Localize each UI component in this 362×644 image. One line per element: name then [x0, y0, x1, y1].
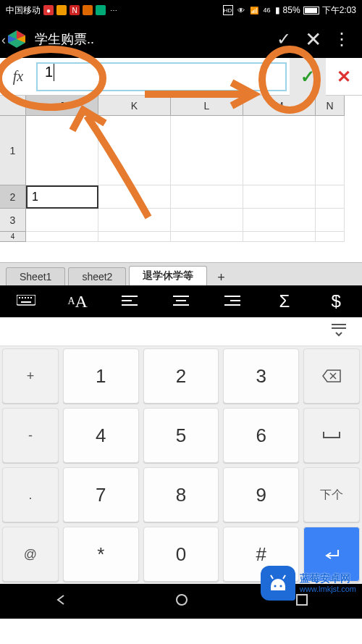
cell-k1[interactable] [98, 116, 171, 185]
keyboard-toggle-icon[interactable] [9, 285, 43, 317]
col-header-j[interactable]: J [26, 96, 98, 116]
key-enter[interactable] [303, 527, 360, 582]
cell-n3[interactable] [316, 209, 345, 232]
svg-rect-5 [19, 297, 20, 298]
key-8[interactable]: 8 [143, 467, 219, 522]
cell-j3[interactable] [26, 209, 98, 232]
column-headers: J K L M N [0, 96, 362, 116]
key-space[interactable] [303, 408, 360, 463]
nav-home-icon[interactable] [174, 593, 189, 611]
close-header-icon[interactable]: ✕ [298, 25, 327, 54]
key-6[interactable]: 6 [223, 408, 299, 463]
key-plus[interactable]: + [2, 348, 59, 403]
row-header-3[interactable]: 3 [0, 209, 26, 232]
collapse-icon[interactable] [330, 323, 348, 340]
key-1[interactable]: 1 [63, 348, 139, 403]
col-header-m[interactable]: M [243, 96, 316, 116]
fx-button[interactable]: fx [0, 68, 36, 85]
col-header-l[interactable]: L [171, 96, 243, 116]
wifi-icon: 📶 [249, 5, 259, 15]
app-icon-1: ● [43, 5, 54, 15]
cell-n4[interactable] [316, 232, 345, 242]
cell-j1[interactable] [26, 116, 98, 185]
cell-j2[interactable]: 1 [26, 185, 98, 209]
sheet-tab-3-label: 退学休学等 [143, 269, 193, 283]
key-next[interactable]: 下个 [303, 467, 360, 522]
sheet-tab-3[interactable]: 退学休学等 [129, 266, 207, 285]
document-title[interactable]: 学生购票.. [35, 30, 94, 48]
key-7[interactable]: 7 [63, 467, 139, 522]
svg-rect-10 [21, 301, 31, 303]
sheet-tab-2[interactable]: sheet2 [68, 267, 126, 285]
key-3[interactable]: 3 [223, 348, 299, 403]
key-5[interactable]: 5 [143, 408, 219, 463]
svg-rect-8 [28, 297, 29, 298]
key-dot[interactable]: . [2, 467, 59, 522]
key-backspace[interactable] [303, 348, 360, 403]
menu-overflow-icon[interactable]: ⋮ [327, 25, 356, 54]
spreadsheet-grid[interactable]: J K L M N 1 2 1 3 4 [0, 96, 362, 262]
key-9[interactable]: 9 [223, 467, 299, 522]
sheet-tab-2-label: sheet2 [82, 271, 112, 283]
cell-k2[interactable] [98, 185, 171, 209]
key-minus[interactable]: - [2, 408, 59, 463]
cell-l4[interactable] [171, 232, 243, 242]
row-header-4[interactable]: 4 [0, 232, 26, 242]
align-right-icon[interactable] [215, 285, 250, 317]
carrier-label: 中国移动 [6, 4, 41, 17]
font-icon[interactable]: AA [60, 285, 95, 317]
cancel-button[interactable]: ✕ [326, 58, 362, 96]
app-icon-4 [83, 5, 93, 15]
app-header: ‹ 学生购票.. ✓ ✕ ⋮ [0, 20, 362, 58]
app-icon-5 [96, 5, 106, 15]
key-at[interactable]: @ [2, 527, 59, 582]
cell-m4[interactable] [243, 232, 316, 242]
cell-k4[interactable] [98, 232, 171, 242]
cell-l1[interactable] [171, 116, 243, 185]
numeric-keyboard: + 1 2 3 - 4 5 6 . 7 8 9 下个 @ * 0 # [0, 346, 362, 584]
dollar-icon[interactable]: $ [319, 285, 353, 317]
sigma-icon[interactable]: Σ [267, 285, 302, 317]
select-all-corner[interactable] [0, 96, 26, 116]
nav-recent-icon[interactable] [295, 593, 308, 610]
confirm-button[interactable]: ✓ [290, 58, 326, 96]
cell-n1[interactable] [316, 116, 345, 185]
app-logo[interactable]: ‹ [6, 28, 28, 50]
col-header-k[interactable]: K [98, 96, 171, 116]
key-star[interactable]: * [63, 527, 139, 582]
format-expand-row [0, 317, 362, 346]
cell-m2[interactable] [243, 185, 316, 209]
align-left-icon[interactable] [112, 285, 147, 317]
formula-value: 1 [45, 64, 53, 80]
sheet-tab-1[interactable]: Sheet1 [6, 267, 65, 285]
add-sheet-button[interactable]: + [210, 270, 232, 285]
svg-point-24 [177, 595, 187, 605]
row-header-1[interactable]: 1 [0, 116, 26, 185]
cell-m1[interactable] [243, 116, 316, 185]
align-center-icon[interactable] [164, 285, 198, 317]
clock: 下午2:03 [322, 4, 356, 17]
formula-bar: fx 1 ✓ ✕ [0, 58, 362, 96]
key-hash[interactable]: # [223, 527, 299, 582]
col-header-n[interactable]: N [316, 96, 345, 116]
formula-input[interactable]: 1 [36, 62, 287, 91]
cell-k3[interactable] [98, 209, 171, 232]
cell-l2[interactable] [171, 185, 243, 209]
key-2[interactable]: 2 [143, 348, 219, 403]
svg-rect-4 [17, 295, 35, 305]
key-4[interactable]: 4 [63, 408, 139, 463]
format-toolbar: AA Σ $ [0, 285, 362, 317]
cell-j4[interactable] [26, 232, 98, 242]
row-header-2[interactable]: 2 [0, 185, 26, 209]
sig-icon: 46 [262, 5, 272, 15]
cell-m3[interactable] [243, 209, 316, 232]
cell-l3[interactable] [171, 209, 243, 232]
accept-header-icon[interactable]: ✓ [269, 25, 298, 54]
cell-n2[interactable] [316, 185, 345, 209]
sheet-tab-1-label: Sheet1 [20, 271, 51, 283]
sheet-tabs: Sheet1 sheet2 退学休学等 + [0, 262, 362, 285]
key-0[interactable]: 0 [143, 527, 219, 582]
nav-back-icon[interactable] [54, 593, 68, 611]
eye-icon: 👁 [236, 5, 246, 15]
more-icon: ⋯ [109, 5, 119, 15]
